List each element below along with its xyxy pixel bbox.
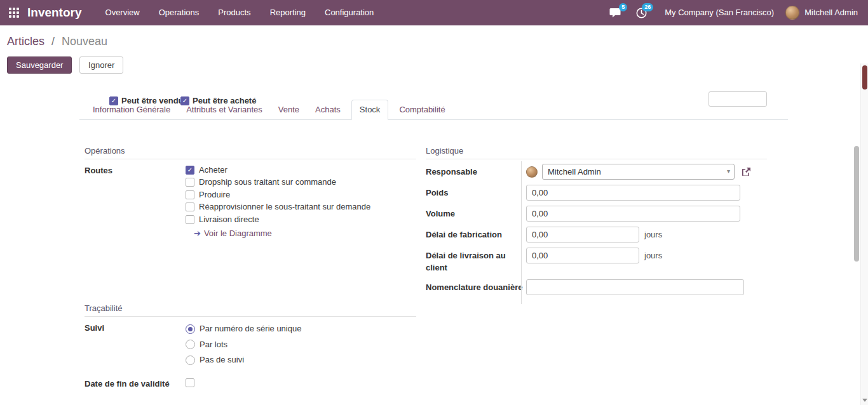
weight-input[interactable] bbox=[526, 185, 740, 201]
responsible-input[interactable] bbox=[542, 164, 735, 180]
menu-products[interactable]: Products bbox=[208, 0, 260, 25]
tracking-options: Par numéro de série unique Par lots Pas … bbox=[186, 321, 416, 368]
volume-field: Volume bbox=[426, 206, 767, 222]
route-row: Produire bbox=[186, 189, 416, 201]
route-label-produire[interactable]: Produire bbox=[199, 189, 230, 201]
view-diagram-label: Voir le Diagramme bbox=[204, 228, 272, 239]
expiration-label: Date de fin de validité bbox=[85, 377, 186, 390]
checkbox-route-acheter[interactable]: ✓ bbox=[186, 166, 194, 175]
check-icon: ✓ bbox=[111, 98, 116, 104]
manufacturing-lead-time-field: Délai de fabrication jours bbox=[426, 227, 767, 242]
menu-operations[interactable]: Operations bbox=[149, 0, 209, 25]
weight-field: Poids bbox=[426, 185, 767, 201]
form-sheet: ✓ Peut être vendu ✓ Peut être acheté Inf… bbox=[79, 100, 788, 405]
main-scrollbar-thumb[interactable] bbox=[862, 65, 867, 90]
breadcrumb: Articles / Nouveau bbox=[7, 34, 860, 50]
clipped-field-input[interactable] bbox=[709, 91, 767, 107]
section-logistics: Logistique bbox=[426, 145, 767, 159]
top-navbar: Inventory Overview Operations Products R… bbox=[0, 0, 868, 25]
route-row: Réapprovisionner le sous-traitant sur de… bbox=[186, 201, 416, 214]
tracking-option-row: Par numéro de série unique bbox=[186, 321, 416, 337]
breadcrumb-current: Nouveau bbox=[62, 35, 107, 48]
tracking-label: Suivi bbox=[85, 321, 186, 368]
radio-tracking-lots[interactable] bbox=[186, 340, 195, 349]
manufacturing-lead-time-label: Délai de fabrication bbox=[426, 227, 526, 241]
form-buttons: Sauvegarder Ignorer bbox=[7, 56, 860, 74]
user-menu[interactable]: Mitchell Admin bbox=[804, 7, 858, 18]
column-divider bbox=[521, 161, 522, 304]
responsible-field: Responsable ▾ bbox=[426, 164, 767, 180]
checkbox-route-reapprovisionner[interactable] bbox=[186, 202, 194, 211]
activities-badge: 26 bbox=[642, 3, 653, 11]
customer-lead-time-field: Délai de livraison au client jours bbox=[426, 248, 767, 274]
routes-label: Routes bbox=[85, 164, 186, 239]
checkbox-route-livraison-directe[interactable] bbox=[186, 215, 194, 224]
check-icon: ✓ bbox=[182, 98, 187, 104]
checkbox-can-be-sold[interactable]: ✓ bbox=[109, 96, 118, 105]
route-row: ✓ Acheter bbox=[186, 164, 416, 176]
route-label-livraison-directe[interactable]: Livraison directe bbox=[199, 214, 259, 225]
apps-menu-icon[interactable] bbox=[9, 8, 19, 18]
form-view: ✓ Peut être vendu ✓ Peut être acheté Inf… bbox=[0, 77, 860, 405]
right-column: Logistique Responsable ▾ bbox=[426, 145, 767, 390]
hs-code-input[interactable] bbox=[526, 279, 744, 295]
responsible-avatar bbox=[526, 166, 538, 178]
breadcrumb-articles[interactable]: Articles bbox=[7, 35, 44, 48]
save-button[interactable]: Sauvegarder bbox=[7, 56, 72, 74]
manufacturing-lead-time-input[interactable] bbox=[526, 227, 639, 242]
route-label-acheter[interactable]: Acheter bbox=[199, 164, 227, 176]
breadcrumb-separator: / bbox=[51, 35, 55, 48]
checkbox-expiration-date[interactable] bbox=[186, 378, 194, 387]
main-scrollbar[interactable] bbox=[860, 63, 868, 405]
tracking-option-row: Par lots bbox=[186, 337, 416, 353]
customer-lead-time-input[interactable] bbox=[526, 248, 639, 263]
menu-overview[interactable]: Overview bbox=[96, 0, 149, 25]
messages-badge: 5 bbox=[619, 3, 627, 11]
tracking-option-row: Pas de suivi bbox=[186, 352, 416, 368]
can-be-sold-label[interactable]: Peut être vendu bbox=[121, 95, 184, 107]
tracking-none-label[interactable]: Pas de suivi bbox=[200, 354, 244, 366]
top-menu: Overview Operations Products Reporting C… bbox=[96, 0, 384, 25]
dropdown-caret-icon[interactable]: ▾ bbox=[727, 167, 730, 176]
tracking-lots-label[interactable]: Par lots bbox=[200, 339, 227, 350]
hs-code-field: Nomenclature douanière bbox=[426, 279, 767, 295]
menu-configuration[interactable]: Configuration bbox=[315, 0, 383, 25]
section-traceability: Traçabilité bbox=[85, 303, 416, 317]
app-name[interactable]: Inventory bbox=[27, 4, 82, 22]
radio-tracking-serial[interactable] bbox=[186, 324, 195, 334]
volume-label: Volume bbox=[426, 206, 526, 220]
route-row: Dropship sous traitant sur commande bbox=[186, 176, 416, 189]
tracking-field: Suivi Par numéro de série unique Par lot… bbox=[85, 321, 416, 368]
messages-button[interactable]: 5 bbox=[609, 8, 621, 18]
routes-list: ✓ Acheter Dropship sous traitant sur com… bbox=[186, 164, 416, 239]
stock-tab-content: Opérations Routes ✓ Acheter Dropship sou… bbox=[79, 145, 788, 390]
customer-lead-time-label: Délai de livraison au client bbox=[426, 248, 526, 274]
content-scrollbar-thumb[interactable] bbox=[854, 146, 859, 262]
route-label-reapprovisionner[interactable]: Réapprovisionner le sous-traitant sur de… bbox=[199, 201, 370, 213]
tracking-serial-label[interactable]: Par numéro de série unique bbox=[200, 323, 301, 335]
checkbox-route-produire[interactable] bbox=[186, 190, 194, 199]
control-panel: Articles / Nouveau Sauvegarder Ignorer bbox=[0, 25, 860, 77]
routes-field: Routes ✓ Acheter Dropship sous traitant … bbox=[85, 164, 416, 239]
internal-link-icon[interactable] bbox=[741, 167, 751, 177]
weight-label: Poids bbox=[426, 185, 526, 199]
route-label-dropship[interactable]: Dropship sous traitant sur commande bbox=[199, 176, 336, 188]
check-icon: ✓ bbox=[187, 167, 193, 173]
checkbox-route-dropship[interactable] bbox=[186, 178, 194, 187]
volume-input[interactable] bbox=[526, 206, 740, 222]
manufacturing-lead-time-unit: jours bbox=[644, 229, 662, 241]
customer-lead-time-unit: jours bbox=[644, 250, 662, 262]
radio-tracking-none[interactable] bbox=[186, 355, 195, 365]
user-avatar bbox=[785, 6, 799, 20]
route-row: Livraison directe bbox=[186, 213, 416, 226]
checkbox-can-be-purchased[interactable]: ✓ bbox=[180, 96, 189, 105]
activities-button[interactable]: 26 bbox=[636, 8, 647, 18]
clipped-top-row: ✓ Peut être vendu ✓ Peut être acheté bbox=[79, 96, 788, 108]
can-be-purchased-label[interactable]: Peut être acheté bbox=[193, 95, 256, 107]
company-switcher[interactable]: My Company (San Francisco) bbox=[665, 7, 774, 18]
discard-button[interactable]: Ignorer bbox=[79, 56, 123, 74]
scroll-down-icon[interactable] bbox=[862, 399, 867, 402]
hs-code-label: Nomenclature douanière bbox=[426, 279, 526, 294]
view-diagram-link[interactable]: ➔ Voir le Diagramme bbox=[194, 228, 272, 239]
menu-reporting[interactable]: Reporting bbox=[261, 0, 315, 25]
